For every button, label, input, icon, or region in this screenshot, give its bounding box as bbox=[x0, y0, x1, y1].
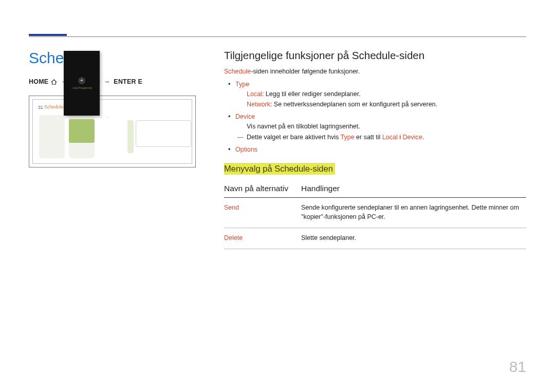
intro-text: -siden inneholder følgende funksjoner. bbox=[251, 68, 360, 75]
dots-icon: ·· bbox=[100, 115, 102, 120]
right-column: Tilgjengelige funksjoner på Schedule-sid… bbox=[224, 49, 526, 249]
note-local: Local bbox=[382, 134, 398, 141]
remote-popup: + + Add Programme bbox=[64, 51, 100, 116]
sub-heading-highlight: Menyvalg på Schedule-siden bbox=[224, 163, 335, 175]
page-title: Schedule bbox=[29, 49, 210, 67]
dots-icon: ·· bbox=[106, 115, 108, 120]
option-name: Send bbox=[224, 198, 301, 228]
option-name: Delete bbox=[224, 228, 301, 249]
type-network-label: Network bbox=[247, 101, 270, 108]
table-header-action: Handlinger bbox=[301, 181, 526, 198]
table-row: Send Sende konfigurerte sendeplaner til … bbox=[224, 198, 526, 228]
type-local-text: : Legg til eller rediger sendeplaner. bbox=[262, 90, 361, 98]
tv-illustration: 31 Schedule ·· ·· + + Add Programme bbox=[29, 96, 196, 167]
feature-device: Device Vis navnet på en tilkoblet lagrin… bbox=[224, 111, 526, 142]
tv-screen-frame: 31 Schedule ·· ·· bbox=[29, 96, 196, 167]
plus-icon: + bbox=[78, 77, 85, 84]
feature-options: Options bbox=[224, 144, 526, 155]
two-column-layout: Schedule HOME → Schedule → ENTER E 31 Sc… bbox=[29, 49, 526, 249]
manual-page: Schedule HOME → Schedule → ENTER E 31 Sc… bbox=[0, 0, 555, 392]
option-action: Sende konfigurerte sendeplaner til en an… bbox=[301, 198, 526, 228]
table-row: Delete Slette sendeplaner. bbox=[224, 228, 526, 249]
note-i: i bbox=[398, 134, 403, 141]
schedule-column bbox=[39, 115, 65, 158]
type-local-label: Local bbox=[247, 90, 262, 98]
arrow-icon: → bbox=[104, 78, 110, 85]
option-action: Slette sendeplaner. bbox=[301, 228, 526, 249]
feature-type: Type Local: Legg til eller rediger sende… bbox=[224, 79, 526, 109]
top-divider bbox=[29, 36, 526, 37]
note-mid: er satt til bbox=[355, 134, 382, 141]
page-number: 81 bbox=[509, 358, 526, 376]
type-local-line: Local: Legg til eller rediger sendeplane… bbox=[235, 89, 526, 99]
note-type: Type bbox=[341, 134, 355, 141]
type-network-text: : Se nettverkssendeplanen som er konfigu… bbox=[270, 101, 437, 108]
tv-day-number: 31 bbox=[38, 105, 43, 110]
section-heading: Tilgjengelige funksjoner på Schedule-sid… bbox=[224, 49, 526, 62]
note-before: Dette valget er bare aktivert hvis bbox=[247, 134, 341, 141]
feature-type-label: Type bbox=[235, 81, 249, 88]
home-icon bbox=[50, 79, 58, 86]
breadcrumb: HOME → Schedule → ENTER E bbox=[29, 78, 210, 86]
note-dot: . bbox=[422, 134, 424, 141]
intro-paragraph: Schedule-siden inneholder følgende funks… bbox=[224, 67, 526, 76]
schedule-preview-box bbox=[136, 120, 191, 147]
tv-day-label: Schedule bbox=[44, 104, 64, 109]
table-header-name: Navn på alternativ bbox=[224, 181, 301, 198]
device-text: Vis navnet på en tilkoblet lagringsenhet… bbox=[235, 122, 526, 132]
term-schedule: Schedule bbox=[224, 68, 251, 75]
tv-screen: 31 Schedule ·· ·· bbox=[32, 99, 192, 164]
note-device: Device bbox=[402, 134, 422, 141]
feature-device-label: Device bbox=[235, 113, 255, 120]
title-underline bbox=[29, 34, 67, 36]
breadcrumb-enter: ENTER E bbox=[114, 78, 142, 85]
add-programme-label: + Add Programme bbox=[71, 86, 92, 89]
breadcrumb-home: HOME bbox=[29, 78, 48, 85]
table-header-row: Navn på alternativ Handlinger bbox=[224, 181, 526, 198]
left-column: Schedule HOME → Schedule → ENTER E 31 Sc… bbox=[29, 49, 224, 249]
options-table: Navn på alternativ Handlinger Send Sende… bbox=[224, 181, 526, 249]
schedule-event-block bbox=[69, 119, 95, 143]
type-network-line: Network: Se nettverkssendeplanen som er … bbox=[235, 100, 526, 109]
schedule-event-slim bbox=[127, 120, 134, 153]
feature-options-label: Options bbox=[235, 146, 257, 153]
device-note: Dette valget er bare aktivert hvis Type … bbox=[235, 133, 526, 142]
feature-list: Type Local: Legg til eller rediger sende… bbox=[224, 79, 526, 155]
